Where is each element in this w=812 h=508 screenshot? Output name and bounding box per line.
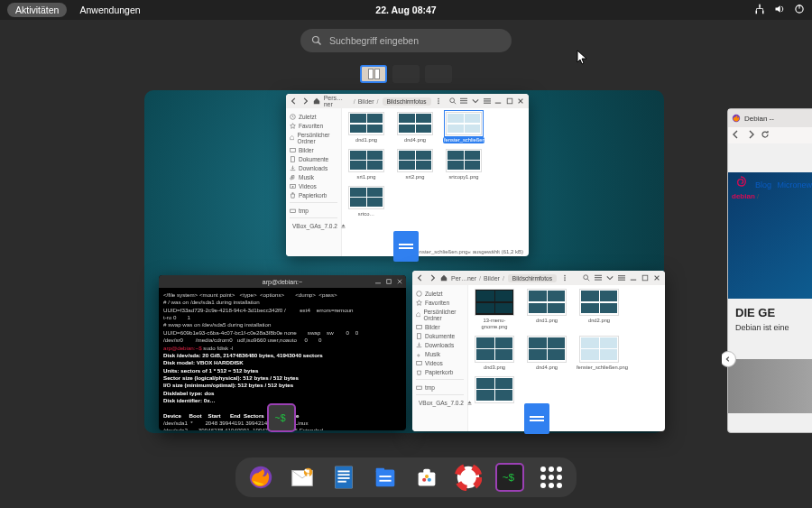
- hamburger-icon[interactable]: [617, 272, 626, 283]
- hamburger-icon[interactable]: [483, 96, 492, 106]
- sidebar-documents[interactable]: Dokumente: [290, 154, 337, 163]
- file-item[interactable]: fenster_schließen.png: [577, 336, 622, 371]
- power-icon[interactable]: [794, 4, 805, 16]
- view-options-icon[interactable]: [605, 272, 614, 283]
- file-item[interactable]: srt1.png: [346, 149, 387, 180]
- sidebar-starred[interactable]: Favoriten: [290, 121, 337, 130]
- forward-button[interactable]: [428, 272, 437, 283]
- path-menu[interactable]: [435, 96, 444, 106]
- sidebar-videos[interactable]: Videos: [416, 358, 464, 367]
- file-item[interactable]: dnd4.png: [394, 112, 436, 143]
- file-item[interactable]: srtcopy1.png: [443, 149, 484, 180]
- path-segment[interactable]: Bilder: [484, 275, 500, 282]
- sidebar-videos[interactable]: Videos: [290, 181, 337, 190]
- dash-terminal[interactable]: ~$: [495, 463, 524, 492]
- maximize-icon[interactable]: [505, 96, 514, 106]
- nav-forward-icon[interactable]: [746, 130, 755, 141]
- sidebar-trash[interactable]: Papierkorb: [290, 190, 337, 199]
- dash-show-apps[interactable]: [537, 463, 566, 492]
- reload-icon[interactable]: [761, 130, 770, 141]
- sidebar-home[interactable]: Persönlicher Ordner: [290, 130, 337, 145]
- dash-files[interactable]: [371, 463, 400, 492]
- maximize-icon[interactable]: [641, 272, 650, 283]
- terminal-titlebar: arp@debian:~: [159, 275, 406, 288]
- sidebar-vbox[interactable]: VBox_GAs_7.0.2: [290, 221, 337, 231]
- close-icon[interactable]: [652, 272, 661, 283]
- dash-help[interactable]: [454, 463, 483, 492]
- view-options-icon[interactable]: [471, 96, 480, 106]
- clock[interactable]: 22. Aug 08:47: [375, 5, 436, 15]
- workspace-3[interactable]: [425, 65, 452, 83]
- sidebar-downloads[interactable]: Downloads: [416, 340, 464, 349]
- list-view-icon[interactable]: [594, 272, 603, 283]
- path-segment[interactable]: Bilder: [358, 98, 374, 105]
- dash-software[interactable]: [412, 463, 441, 492]
- file-item[interactable]: dnd1.png: [346, 112, 387, 143]
- header-links: Blog Micronews: [755, 180, 812, 189]
- sidebar-home[interactable]: Persönlicher Ordner: [416, 307, 464, 322]
- sidebar-tmp[interactable]: tmp: [416, 383, 464, 392]
- back-button[interactable]: [290, 96, 299, 106]
- path-segment-current[interactable]: Bildschirmfotos: [508, 274, 557, 282]
- activities-button[interactable]: Aktivitäten: [7, 3, 67, 17]
- close-icon[interactable]: [516, 96, 525, 106]
- sidebar-pictures[interactable]: Bilder: [416, 322, 464, 331]
- volume-icon[interactable]: [774, 4, 785, 16]
- sidebar-vbox[interactable]: VBox_GAs_7.0.2: [416, 398, 464, 408]
- files1-sidebar: Zuletzt Favoriten Persönlicher Ordner Bi…: [286, 108, 342, 256]
- path-segment-current[interactable]: Bildschirmfotos: [383, 97, 431, 106]
- network-icon[interactable]: [754, 4, 765, 16]
- file-item[interactable]: dnd3.png: [472, 336, 517, 371]
- sidebar-starred[interactable]: Favoriten: [416, 298, 464, 307]
- search-icon[interactable]: [582, 272, 591, 283]
- dash-evolution[interactable]: [288, 463, 317, 492]
- files2-sidebar: Zuletzt Favoriten Persönlicher Ordner Bi…: [412, 285, 468, 431]
- path-menu[interactable]: [560, 272, 569, 283]
- sidebar-documents[interactable]: Dokumente: [416, 331, 464, 340]
- svg-rect-39: [618, 277, 625, 278]
- list-view-icon[interactable]: [460, 96, 469, 106]
- workspace-1[interactable]: [360, 65, 387, 83]
- forward-button[interactable]: [301, 96, 310, 106]
- minimize-icon[interactable]: [374, 278, 382, 285]
- nav-back-icon[interactable]: [732, 130, 741, 141]
- file-item-selected[interactable]: fenster_schließen.png: [443, 112, 484, 143]
- file-item[interactable]: srt2.png: [394, 149, 436, 180]
- close-icon[interactable]: [396, 278, 403, 285]
- dash-firefox[interactable]: [246, 463, 275, 492]
- path-segment[interactable]: Pers…ner: [324, 95, 351, 107]
- firefox-window[interactable]: Debian -- Blog Micronews debian / DIE GE…: [727, 108, 812, 433]
- search-icon[interactable]: [448, 96, 457, 106]
- sidebar-tmp[interactable]: tmp: [290, 206, 337, 215]
- file-item[interactable]: dnd4.png: [524, 336, 569, 371]
- file-item[interactable]: dnd1.png: [524, 289, 569, 330]
- sidebar-music[interactable]: Musik: [416, 349, 464, 358]
- dash-writer[interactable]: [329, 463, 358, 492]
- svg-rect-3: [760, 7, 761, 9]
- back-button[interactable]: [416, 272, 425, 283]
- file-item[interactable]: dnd2.png: [577, 289, 622, 330]
- file-item[interactable]: 13-menu-gnome.png: [472, 289, 517, 330]
- minimize-icon[interactable]: [629, 272, 638, 283]
- link-blog[interactable]: Blog: [755, 180, 771, 189]
- sidebar-music[interactable]: Musik: [290, 172, 337, 181]
- scroll-left-button[interactable]: [722, 351, 736, 367]
- adjacent-workspace-peek[interactable]: Debian -- Blog Micronews debian / DIE GE…: [722, 108, 812, 433]
- sidebar-downloads[interactable]: Downloads: [290, 163, 337, 172]
- path-segment[interactable]: Per…ner: [451, 275, 476, 282]
- link-micronews[interactable]: Micronews: [778, 180, 812, 189]
- sidebar-recent[interactable]: Zuletzt: [416, 289, 464, 298]
- file-item[interactable]: srtco…: [346, 186, 387, 217]
- maximize-icon[interactable]: [385, 278, 392, 285]
- workspace-2[interactable]: [392, 65, 420, 83]
- sidebar-recent[interactable]: Zuletzt: [290, 112, 337, 121]
- sidebar-trash[interactable]: Papierkorb: [416, 367, 464, 376]
- browser-tab[interactable]: Debian --: [744, 115, 774, 123]
- svg-rect-65: [379, 476, 391, 477]
- overview-search[interactable]: Suchbegriff eingeben: [300, 29, 512, 52]
- svg-text:~$: ~$: [503, 471, 515, 483]
- file-item[interactable]: [472, 376, 517, 405]
- sidebar-pictures[interactable]: Bilder: [290, 145, 337, 154]
- minimize-icon[interactable]: [494, 96, 503, 106]
- applications-button[interactable]: Anwendungen: [79, 5, 140, 15]
